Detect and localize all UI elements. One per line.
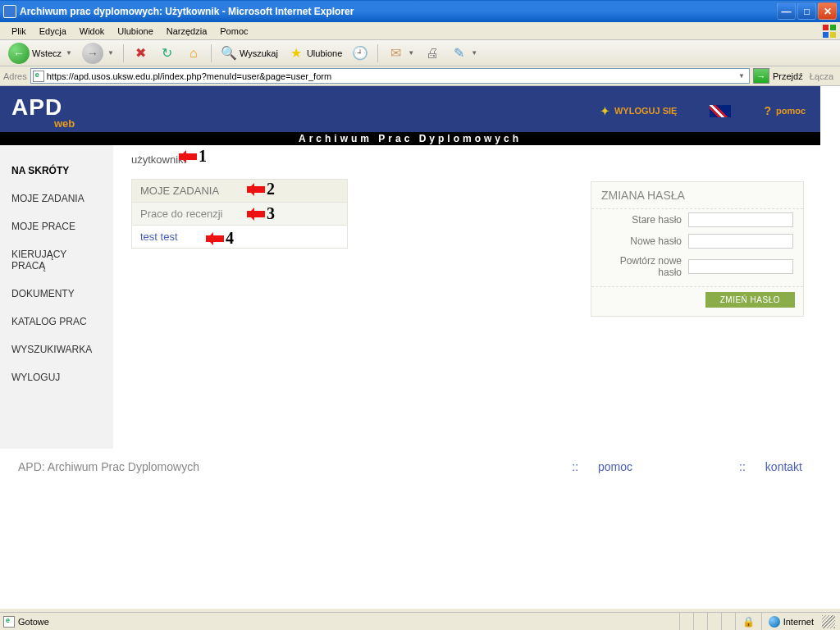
page-subtitle: Archiwum Prac Dyplomowych [299,133,522,144]
arrow-left-icon: ← [8,43,30,64]
grip-icon [822,615,835,628]
refresh-button[interactable]: ↻ [156,43,179,63]
sidebar-item-documents[interactable]: DOKUMENTY [0,280,113,308]
resize-grip[interactable] [820,613,837,630]
go-label: Przejdź [773,71,803,81]
separator [211,44,212,62]
search-icon: 🔍 [221,45,237,62]
menu-view[interactable]: Widok [73,25,112,38]
annotation-1: 1 [179,147,207,166]
status-cell [679,613,693,630]
go-button[interactable]: → [753,68,769,84]
window-titlebar: Archiwum prac dyplomowych: Użytkownik - … [0,0,840,22]
svg-rect-3 [830,32,836,38]
sidebar-item-my-works[interactable]: MOJE PRACE [0,212,113,240]
window-maximize-button[interactable]: □ [797,2,816,20]
sidebar-item-catalog[interactable]: KATALOG PRAC [0,308,113,336]
page-header: APD web ✦ WYLOGUJ SIĘ ? pomoc [0,86,820,132]
task-link[interactable]: test test [140,231,178,243]
nav-back-label: Wstecz [32,48,62,58]
mail-button[interactable]: ✉▼ [384,43,418,63]
status-cell [693,613,707,630]
status-text: Gotowe [18,617,49,627]
search-button[interactable]: 🔍 Wyszukaj [217,43,281,63]
edit-icon: ✎ [450,45,467,62]
home-icon: ⌂ [185,45,202,62]
search-label: Wyszukaj [240,48,278,58]
old-password-input[interactable] [688,212,793,227]
logout-link[interactable]: ✦ WYLOGUJ SIĘ [600,105,677,117]
window-close-button[interactable]: ✕ [818,2,837,20]
footer-help-link[interactable]: pomoc [598,460,632,473]
toolbar: ← Wstecz ▼ → ▼ ✖ ↻ ⌂ 🔍 Wyszukaj ★ Ulubio… [0,40,840,66]
task-box: MOJE ZADANIA Prace do recenzji test test [131,179,348,249]
stop-icon: ✖ [133,45,149,62]
annotation-4: 4 [206,229,234,248]
page-subtitle-bar: Archiwum Prac Dyplomowych [0,132,820,145]
arrow-icon [206,235,224,242]
chevron-down-icon: ▼ [107,49,114,57]
page-footer: APD: Archiwum Prac Dyplomowych :: pomoc … [0,449,820,485]
sidebar-item-my-tasks[interactable]: MOJE ZADANIA [0,185,113,212]
favorites-label: Ulubione [307,48,342,58]
footer-sep: :: [572,460,578,473]
page-viewport: APD web ✦ WYLOGUJ SIĘ ? pomoc Archiwum P… [0,86,840,609]
chevron-down-icon: ▼ [66,49,72,57]
sidebar-item-logout[interactable]: WYLOGUJ [0,363,113,391]
menu-edit[interactable]: Edycja [33,25,73,38]
nav-forward-button[interactable]: → ▼ [79,41,117,66]
chevron-down-icon: ▼ [471,49,477,57]
content-area: użytkownik: MOJE ZADANIA Prace do recenz… [113,145,820,449]
print-button[interactable]: 🖨 [421,43,444,63]
footer-sep: :: [739,460,746,473]
status-cell [721,613,735,630]
sidebar-item-shortcuts[interactable]: NA SKRÓTY [0,157,113,185]
menu-tools[interactable]: Narzędzia [160,25,214,38]
language-flag[interactable] [710,105,731,117]
repeat-password-input[interactable] [688,259,793,274]
annotation-2: 2 [247,180,275,199]
windows-flag-icon [822,24,837,39]
footer-contact-link[interactable]: kontakt [765,460,802,473]
sidebar-item-search[interactable]: WYSZUKIWARKA [0,336,113,363]
chevron-down-icon: ▼ [408,49,414,57]
lock-icon: 🔒 [742,616,755,628]
menubar: Plik Edycja Widok Ulubione Narzędzia Pom… [0,22,840,40]
mail-icon: ✉ [387,45,404,62]
menu-favorites[interactable]: Ulubione [111,25,159,38]
annotation-label: 1 [199,147,207,166]
statusbar: Gotowe 🔒 Internet [0,612,840,630]
help-link[interactable]: ? pomoc [764,104,806,117]
separator [123,44,124,62]
annotation-3: 3 [247,204,275,223]
address-input[interactable]: https://apd.usos.uksw.edu.pl/index.php?m… [30,68,750,84]
history-icon: 🕘 [352,45,368,62]
history-button[interactable]: 🕘 [349,43,372,63]
annotation-label: 3 [267,204,275,223]
menu-help[interactable]: Pomoc [213,25,254,38]
links-label[interactable]: Łącza [806,71,837,81]
home-button[interactable]: ⌂ [182,43,205,63]
window-minimize-button[interactable]: — [777,2,796,20]
task-item: test test [132,226,347,248]
new-password-input[interactable] [688,234,793,249]
menu-file[interactable]: Plik [5,25,33,38]
chevron-down-icon[interactable]: ▼ [736,72,747,80]
edit-button[interactable]: ✎▼ [447,43,481,63]
page-icon [33,71,44,82]
change-password-button[interactable]: ZMIEŃ HASŁO [705,292,795,308]
svg-rect-0 [823,25,829,30]
password-panel-title: ZMIANA HASŁA [591,182,803,209]
arrow-icon [247,186,265,193]
stop-button[interactable]: ✖ [130,43,153,63]
nav-back-button[interactable]: ← Wstecz ▼ [5,41,75,66]
svg-rect-1 [830,25,836,30]
footer-title: APD: Archiwum Prac Dyplomowych [18,460,465,473]
star-icon: ★ [288,45,304,62]
favorites-button[interactable]: ★ Ulubione [285,43,345,63]
status-zone-cell: Internet [761,613,820,630]
old-password-label: Stare hasło [632,214,682,226]
print-icon: 🖨 [424,45,441,62]
logout-label: WYLOGUJ SIĘ [614,106,677,116]
sidebar-item-supervisor[interactable]: KIERUJĄCY PRACĄ [0,240,113,280]
